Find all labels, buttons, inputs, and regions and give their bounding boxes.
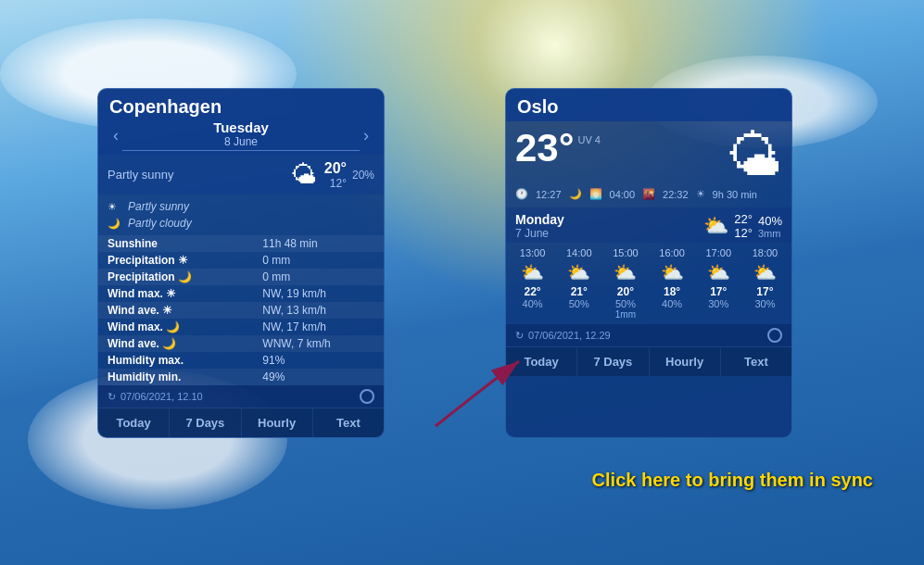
oslo-forecast-temp: 22° 12°	[734, 212, 753, 240]
condition-cloudy-label: Partly cloudy	[128, 217, 192, 230]
hour-precip-14: 50%	[557, 298, 601, 309]
oslo-forecast-day: Monday	[515, 212, 564, 227]
hour-temp-15: 20°	[603, 285, 647, 298]
hour-time-15: 15:00	[603, 247, 647, 258]
oslo-moon-time-icon: 🕐	[515, 188, 528, 200]
stat-precip-moon-value: 0 mm	[253, 269, 384, 285]
oslo-forecast-icon: ⛅	[703, 214, 728, 238]
oslo-refresh-dot[interactable]	[767, 328, 782, 343]
oslo-refresh-icon: ↻	[515, 330, 524, 342]
copenhagen-today-row: Partly sunny 🌤 20° 12° 20%	[98, 155, 384, 195]
copenhagen-precip: 20%	[352, 169, 374, 182]
stat-wind-ave-sun-value: NW, 13 km/h	[253, 302, 384, 319]
copenhagen-condition: Partly sunny	[108, 168, 284, 182]
oslo-sunrise: 04:00	[610, 189, 636, 200]
hour-col-15: 15:00 ⛅ 20° 50% 1mm	[603, 247, 647, 320]
hour-precip-15: 50%	[603, 298, 647, 309]
sync-annotation-text: Click here to bring them in sync	[592, 470, 873, 491]
oslo-temperature: 23°	[515, 129, 575, 168]
copenhagen-next-arrow[interactable]: ›	[360, 126, 373, 145]
stat-humidity-max-label: Humidity max.	[98, 352, 253, 369]
oslo-refresh-time: 07/06/2021, 12.29	[528, 330, 611, 341]
hour-precip-18: 30%	[743, 298, 787, 309]
stat-wind-ave-sun-label: Wind ave. ☀	[98, 302, 253, 319]
copenhagen-day: Tuesday	[122, 119, 360, 135]
hour-temp-14: 21°	[557, 285, 601, 298]
hour-precip-16: 40%	[651, 298, 694, 309]
stat-sunshine: Sunshine 11h 48 min	[98, 235, 384, 252]
copenhagen-weather-icon: 🌤	[291, 159, 317, 190]
condition-partly-sunny: ☀ Partly sunny	[98, 198, 384, 215]
oslo-forecast-date: 7 June	[515, 227, 564, 240]
oslo-forecast-header: Monday 7 June ⛅ 22° 12° 40% 3mm	[506, 207, 791, 243]
stat-precip-sun-label: Precipitation ☀	[98, 252, 253, 269]
stat-precip-moon: Precipitation 🌙 0 mm	[98, 269, 384, 285]
hour-col-16: 16:00 ⛅ 18° 40%	[651, 247, 694, 320]
oslo-hourly-grid: 13:00 ⛅ 22° 40% 14:00 ⛅ 21° 50% 15:00 ⛅ …	[506, 243, 791, 324]
oslo-times: 🕐 12:27 🌙 🌅 04:00 🌇 22:32 ☀ 9h 30 min	[515, 188, 782, 200]
copenhagen-temps: 20° 12°	[324, 160, 347, 190]
oslo-sun-icon: ☀	[696, 188, 705, 200]
hour-temp-13: 22°	[511, 285, 554, 298]
oslo-uv: UV 4	[578, 134, 601, 145]
hour-rain-15: 1mm	[603, 309, 647, 320]
copenhagen-header: Copenhagen ‹ Tuesday 8 June ›	[98, 89, 384, 155]
oslo-main: 23° UV 4 🌤 🕐 12:27 🌙 🌅 04:00 🌇 22:32 ☀ 9…	[506, 121, 791, 207]
stat-wind-max-sun-label: Wind max. ☀	[98, 285, 253, 302]
copenhagen-tab-today[interactable]: Today	[98, 408, 170, 437]
oslo-refresh-bar: ↻ 07/06/2021, 12.29	[506, 324, 791, 346]
oslo-sunset-icon: 🌇	[642, 188, 655, 200]
hour-time-17: 17:00	[697, 247, 740, 258]
hour-precip-13: 40%	[511, 298, 554, 309]
sync-arrow-svg	[361, 352, 547, 445]
oslo-forecast-right: ⛅ 22° 12° 40% 3mm	[703, 212, 782, 240]
stat-humidity-max: Humidity max. 91%	[98, 352, 384, 369]
hour-temp-18: 17°	[743, 285, 787, 298]
hour-time-18: 18:00	[743, 247, 787, 258]
hour-temp-16: 18°	[651, 285, 694, 298]
oslo-sunset: 22:32	[663, 189, 689, 200]
copenhagen-tab-7days[interactable]: 7 Days	[170, 408, 241, 437]
refresh-icon: ↻	[108, 391, 116, 403]
oslo-tab-hourly[interactable]: Hourly	[650, 347, 721, 376]
oslo-header: Oslo	[506, 89, 791, 121]
sunny-icon: ☀	[108, 201, 122, 213]
stat-sunshine-value: 11h 48 min	[253, 235, 384, 252]
stat-sunshine-label: Sunshine	[98, 235, 253, 252]
condition-sunny-label: Partly sunny	[128, 200, 189, 213]
oslo-sunrise-icon: 🌅	[589, 188, 602, 200]
stat-wind-max-sun-value: NW, 19 km/h	[253, 285, 384, 302]
copenhagen-refresh-bar: ↻ 07/06/2021, 12.10	[98, 385, 384, 408]
hour-icon-18: ⛅	[743, 261, 787, 283]
oslo-tab-7days[interactable]: 7 Days	[577, 347, 649, 376]
oslo-temp-row: 23° UV 4 🌤	[515, 129, 782, 184]
hour-time-14: 14:00	[557, 247, 601, 258]
copenhagen-tab-hourly[interactable]: Hourly	[242, 408, 313, 437]
hour-precip-17: 30%	[697, 298, 740, 309]
stat-precip-moon-label: Precipitation 🌙	[98, 269, 253, 285]
copenhagen-city: Copenhagen	[109, 96, 373, 118]
oslo-temp-container: 23° UV 4	[515, 129, 601, 168]
oslo-forecast-day-container: Monday 7 June	[515, 212, 564, 240]
hour-time-13: 13:00	[511, 247, 554, 258]
hour-icon-13: ⛅	[511, 261, 554, 283]
condition-partly-cloudy: 🌙 Partly cloudy	[98, 215, 384, 232]
oslo-moon-phase-icon: 🌙	[569, 188, 582, 200]
hour-col-18: 18:00 ⛅ 17° 30%	[743, 247, 787, 320]
oslo-forecast-high: 22°	[734, 212, 753, 226]
copenhagen-prev-arrow[interactable]: ‹	[109, 126, 122, 145]
stat-wind-ave-sun: Wind ave. ☀ NW, 13 km/h	[98, 302, 384, 319]
oslo-weather-icon: 🌤	[727, 129, 782, 184]
stat-wind-ave-moon-label: Wind ave. 🌙	[98, 335, 253, 352]
oslo-tab-bar: Today 7 Days Hourly Text	[506, 346, 791, 376]
oslo-tab-text[interactable]: Text	[721, 347, 791, 376]
copenhagen-date-center: Tuesday 8 June	[122, 119, 360, 151]
oslo-widget: Oslo 23° UV 4 🌤 🕐 12:27 🌙 🌅 04:00 🌇	[505, 88, 792, 438]
oslo-forecast-precip-container: 40% 3mm	[758, 214, 782, 239]
stat-wind-max-moon: Wind max. 🌙 NW, 17 km/h	[98, 319, 384, 335]
copenhagen-widget: Copenhagen ‹ Tuesday 8 June › Partly sun…	[97, 88, 385, 438]
stat-wind-ave-moon: Wind ave. 🌙 WNW, 7 km/h	[98, 335, 384, 352]
arrow-annotation-container	[361, 352, 547, 448]
stat-precip-sun: Precipitation ☀ 0 mm	[98, 252, 384, 269]
stat-humidity-min: Humidity min. 49%	[98, 369, 384, 385]
